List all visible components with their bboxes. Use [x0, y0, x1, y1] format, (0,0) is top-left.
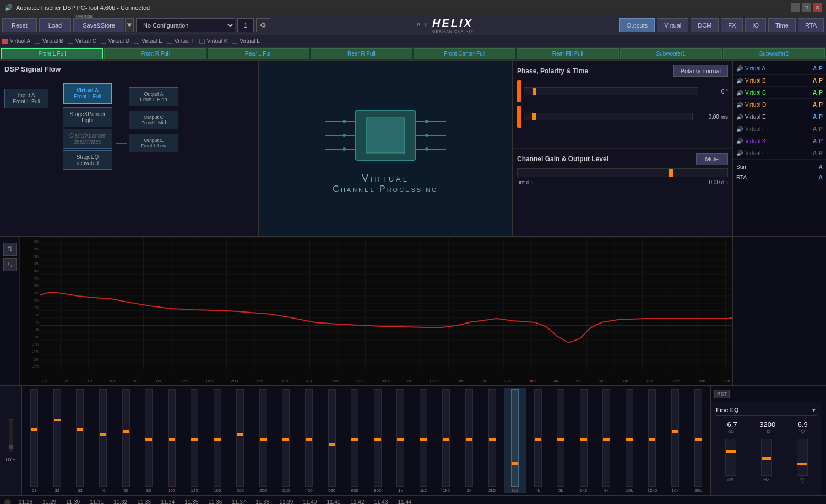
eq-slider-29[interactable] [671, 389, 679, 487]
dsp-output-c[interactable]: Output C Front L Mid [129, 111, 178, 129]
nav-dcm-button[interactable]: DCM [691, 18, 719, 32]
nav-io-button[interactable]: IO [745, 18, 766, 32]
eq-slider-6[interactable] [145, 389, 153, 487]
maximize-button[interactable]: □ [802, 3, 811, 12]
vlist-vb-p-button[interactable]: P [819, 78, 823, 84]
vlist-vd-a-button[interactable]: A [813, 102, 817, 108]
vlist-rta-a-button[interactable]: A [819, 174, 823, 180]
ochan-front-r-full[interactable]: Front R Full [104, 48, 206, 59]
vchan-l[interactable]: Virtual L [232, 38, 260, 44]
time-1143[interactable]: 11:43 [369, 498, 392, 504]
eq-slider-20[interactable] [465, 389, 473, 487]
phase-slider1[interactable] [524, 87, 698, 95]
polarity-button[interactable]: Polarity normal [673, 65, 728, 77]
fine-eq-hz-slider[interactable] [761, 439, 772, 476]
vlist-vb-a-button[interactable]: A [813, 78, 817, 84]
config-select[interactable]: No Configuration [136, 18, 235, 32]
eq-slider-15[interactable] [351, 389, 358, 487]
vlist-ve-p-button[interactable]: P [819, 114, 823, 120]
config-icon-button[interactable]: ⚙ [256, 18, 270, 32]
time-1129[interactable]: 11:29 [38, 498, 61, 504]
nav-virtual-button[interactable]: Virtual [657, 18, 688, 32]
nav-outputs-button[interactable]: Outputs [620, 18, 655, 32]
vlist-vc-a-button[interactable]: A [813, 90, 817, 96]
time-1137[interactable]: 11:37 [227, 498, 250, 504]
vlist-vc-p-button[interactable]: P [819, 90, 823, 96]
eq-slider-25[interactable] [580, 389, 588, 487]
vlist-vd-p-button[interactable]: P [819, 102, 823, 108]
ochan-rear-l-full[interactable]: Rear L Full [208, 48, 309, 59]
eq-slider-17[interactable] [396, 389, 404, 487]
save-dropdown-button[interactable]: ▼ [125, 18, 134, 32]
minimize-button[interactable]: — [791, 3, 800, 12]
close-button[interactable]: ✕ [813, 3, 822, 12]
vchan-a[interactable]: Virtual A [2, 38, 30, 44]
vchan-k[interactable]: Virtual K [199, 38, 228, 44]
dsp-output-e[interactable]: Output E Front L Low [129, 134, 178, 152]
time-1132[interactable]: 11:32 [109, 498, 132, 504]
eq-slider-11[interactable] [259, 389, 267, 487]
vlist-vf-a-button[interactable]: A [813, 126, 817, 132]
dsp-virtual-box[interactable]: Virtual A Front L Full [63, 83, 112, 104]
nav-time-button[interactable]: Time [768, 18, 796, 32]
eq-slider-14[interactable] [328, 389, 336, 487]
vchan-c[interactable]: Virtual C [68, 38, 96, 44]
time-1140[interactable]: 11:40 [298, 498, 321, 504]
gain-slider[interactable] [517, 168, 728, 177]
vchan-f[interactable]: Virtual F [167, 38, 195, 44]
ochan-front-l-full[interactable]: Front L Full [1, 48, 103, 59]
dsp-input-box[interactable]: Input A Front L Full [4, 89, 48, 108]
graph-flip-button[interactable]: ⇆ [3, 258, 17, 271]
vlist-vl-p-button[interactable]: P [819, 150, 823, 156]
byp-slider[interactable] [9, 419, 13, 452]
vlist-va-a-button[interactable]: A [813, 65, 817, 72]
eq-slider-21[interactable] [488, 389, 496, 487]
eq-slider-24[interactable] [557, 389, 564, 487]
fine-eq-q-slider[interactable] [797, 439, 808, 476]
save-store-button[interactable]: Save&Store [73, 18, 124, 32]
config-number[interactable]: 1 [237, 18, 254, 32]
nav-fx-button[interactable]: FX [721, 18, 743, 32]
fine-eq-db-slider[interactable] [725, 439, 736, 476]
time-1139[interactable]: 11:39 [275, 498, 297, 504]
ochan-subwoofer1[interactable]: Subwoofer1 [620, 48, 722, 59]
eq-slider-19[interactable] [442, 389, 450, 487]
ochan-rear-r-full[interactable]: Rear R Full [311, 48, 412, 59]
time-1136[interactable]: 11:36 [204, 498, 226, 504]
vlist-vk-a-button[interactable]: A [813, 138, 817, 144]
rst-button[interactable]: RST [714, 390, 730, 398]
eq-slider-16[interactable] [374, 389, 382, 487]
vchan-e[interactable]: Virtual E [134, 38, 162, 44]
eq-slider-13[interactable] [305, 389, 313, 487]
dsp-output-a[interactable]: Output A Front L High [129, 87, 178, 106]
eq-slider-1[interactable] [30, 389, 38, 487]
dsp-stageeq[interactable]: StageEQ activated [63, 150, 112, 170]
vlist-vl-a-button[interactable]: A [813, 150, 817, 156]
nav-rta-button[interactable]: RTA [798, 18, 824, 32]
ochan-rear-fill-full[interactable]: Rear Fill Full [517, 48, 618, 59]
eq-slider-7[interactable] [168, 389, 176, 487]
eq-slider-23[interactable] [534, 389, 542, 487]
time-1130[interactable]: 11:30 [62, 498, 84, 504]
eq-slider-26[interactable] [602, 389, 610, 487]
time-1142[interactable]: 11:42 [346, 498, 368, 504]
graph-swap-button[interactable]: ⇅ [3, 243, 17, 256]
eq-graph-svg[interactable] [40, 237, 732, 369]
ochan-front-center-full[interactable]: Front Center Full [414, 48, 515, 59]
eq-slider-27[interactable] [626, 389, 633, 487]
time-1144[interactable]: 11:44 [394, 498, 416, 504]
time-1128[interactable]: 11:28 [14, 498, 37, 504]
reset-button[interactable]: Reset [2, 18, 37, 32]
eq-slider-30[interactable] [694, 389, 702, 487]
eq-slider-10[interactable] [236, 389, 244, 487]
eq-slider-2[interactable] [53, 389, 61, 487]
timebar-dot[interactable] [4, 499, 11, 505]
vlist-vk-p-button[interactable]: P [819, 138, 823, 144]
eq-slider-4[interactable] [99, 389, 107, 487]
time-1131[interactable]: 11:31 [85, 498, 108, 504]
load-button[interactable]: Load [39, 18, 71, 32]
time-1135[interactable]: 11:35 [180, 498, 203, 504]
time-1138[interactable]: 11:38 [251, 498, 274, 504]
eq-slider-5[interactable] [122, 389, 130, 487]
time-1141[interactable]: 11:41 [322, 498, 345, 504]
